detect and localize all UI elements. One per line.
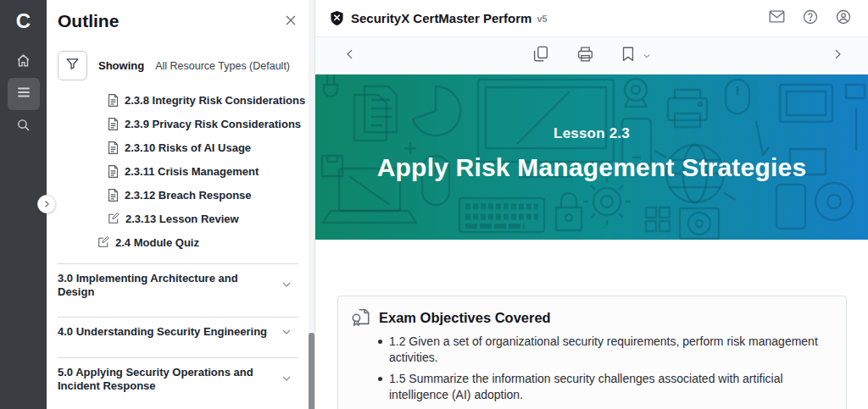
outline-scrollbar-track[interactable] (309, 0, 314, 409)
print-button[interactable] (577, 47, 593, 65)
exam-objectives-card: Exam Objectives Covered 1.2 Given a set … (337, 296, 847, 409)
exam-objectives-title: Exam Objectives Covered (379, 310, 551, 326)
filter-button[interactable] (58, 51, 87, 80)
outline-panel: Outline Showing All Resource Types (Defa… (47, 0, 315, 409)
help-button[interactable] (803, 9, 818, 28)
filter-value[interactable]: All Resource Types (Default) (155, 60, 290, 72)
next-page-button[interactable] (832, 48, 843, 64)
edit-icon (97, 236, 109, 248)
outline-item[interactable]: 2.3.12 Breach Response (47, 183, 314, 207)
bookmark-menu-button[interactable] (643, 48, 651, 64)
outline-scrollbar-thumb[interactable] (309, 333, 314, 409)
chevron-right-icon (832, 48, 843, 64)
lesson-title: Apply Risk Management Strategies (377, 153, 807, 182)
previous-page-button[interactable] (344, 48, 356, 64)
outline-section-3-0[interactable]: 3.0 Implementing Architecture and Design (47, 264, 314, 307)
document-icon (108, 94, 119, 107)
mail-icon (769, 10, 785, 26)
lesson-banner: Lesson 2.3 Apply Risk Management Strateg… (315, 75, 868, 240)
account-button[interactable] (836, 9, 851, 28)
home-button[interactable] (8, 49, 40, 75)
chevron-down-icon (281, 325, 292, 340)
home-icon (16, 53, 31, 71)
outline-item[interactable]: 2.3.9 Privacy Risk Considerations (47, 112, 314, 135)
outline-section-5-0[interactable]: 5.0 Applying Security Operations and Inc… (47, 358, 314, 401)
outline-section-4-0[interactable]: 4.0 Understanding Security Engineering (47, 318, 314, 348)
outline-item[interactable]: 2.3.10 Risks of AI Usage (47, 135, 314, 159)
chevron-down-icon (643, 48, 651, 64)
outline-item[interactable]: 2.3.13 Lesson Review (47, 207, 314, 230)
shield-x-icon (330, 10, 344, 26)
document-icon (108, 189, 119, 202)
exam-objective-item: 1.2 Given a set of organizational securi… (376, 334, 832, 366)
outline-item[interactable]: 2.3.8 Integrity Risk Considerations (47, 88, 314, 112)
lesson-content[interactable]: Lesson 2.3 Apply Risk Management Strateg… (315, 75, 868, 409)
outline-item[interactable]: 2.3.11 Crisis Management (47, 159, 314, 183)
funnel-icon (65, 57, 80, 75)
exam-objectives-list: 1.2 Given a set of organizational securi… (376, 334, 832, 403)
bookmark-button[interactable] (622, 47, 634, 65)
chevron-right-icon (42, 196, 51, 212)
person-icon (836, 9, 851, 28)
lesson-number-label: Lesson 2.3 (554, 125, 630, 142)
outline-panel-title: Outline (58, 11, 119, 31)
close-icon (284, 15, 298, 30)
exam-objective-item: 1.5 Summarize the information security c… (376, 371, 832, 403)
help-icon (803, 9, 818, 28)
chevron-left-icon (344, 48, 356, 64)
outline-item-module-quiz[interactable]: 2.4 Module Quiz (47, 230, 314, 254)
bookmark-group (622, 47, 651, 65)
chevron-down-icon (281, 372, 292, 387)
app-title: SecurityX CertMaster Perform (351, 11, 531, 25)
brand: SecurityX CertMaster Perform v5 (330, 10, 548, 26)
document-icon (108, 141, 119, 154)
mail-button[interactable] (769, 10, 785, 26)
document-icon (108, 118, 119, 130)
search-button[interactable] (8, 113, 40, 139)
resource-filter-row: Showing All Resource Types (Default) (58, 51, 314, 80)
printer-icon (577, 47, 593, 65)
main-area: SecurityX CertMaster Perform v5 (315, 0, 868, 409)
bookmark-icon (622, 47, 634, 65)
outline-menu-button[interactable] (8, 78, 40, 110)
showing-label: Showing (98, 59, 144, 72)
collapse-panel-button[interactable] (37, 195, 56, 213)
comptia-logo[interactable]: C (16, 7, 31, 36)
copy-icon (533, 46, 548, 66)
hamburger-icon (16, 85, 31, 103)
search-icon (16, 118, 31, 135)
close-outline-button[interactable] (284, 14, 298, 30)
document-icon (108, 165, 119, 178)
chevron-down-icon (281, 278, 292, 293)
copy-pages-button[interactable] (533, 46, 548, 66)
edit-icon (108, 213, 120, 224)
outline-list: 2.3.8 Integrity Risk Considerations 2.3.… (47, 88, 314, 254)
app-version: v5 (537, 14, 547, 24)
certificate-icon (351, 307, 370, 328)
app-header: SecurityX CertMaster Perform v5 (315, 0, 868, 37)
lesson-toolbar (315, 37, 868, 75)
